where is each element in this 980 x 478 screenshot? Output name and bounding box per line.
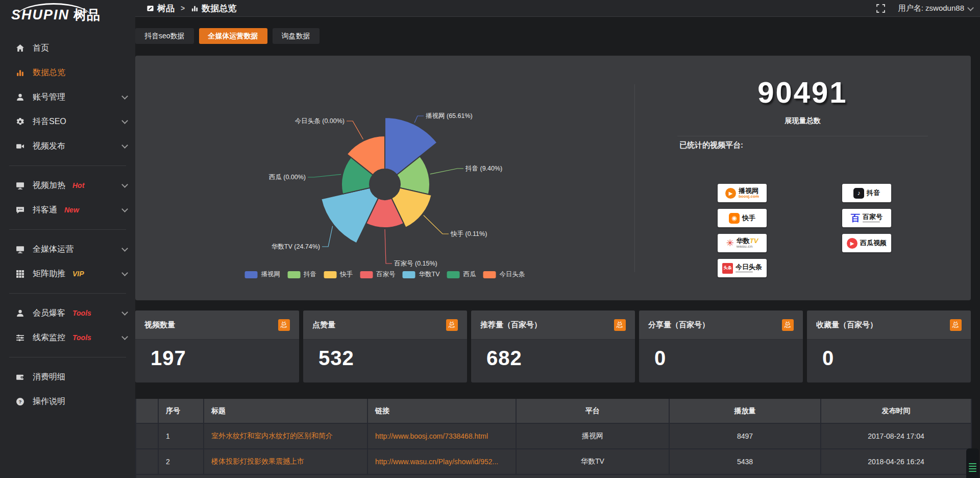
legend-item-华数TV[interactable]: 华数TV bbox=[403, 270, 440, 279]
breadcrumb-item[interactable]: 树品 bbox=[157, 3, 175, 14]
fullscreen-icon[interactable] bbox=[876, 4, 885, 13]
video-title-link[interactable]: 室外水纹灯和室内水纹灯的区别和简介 bbox=[211, 432, 361, 441]
sidebar-item-矩阵助推[interactable]: 矩阵助推VIP bbox=[0, 261, 135, 286]
sidebar-divider bbox=[9, 165, 126, 166]
legend-label: 西瓜 bbox=[463, 270, 476, 279]
sidebar-item-全媒体运营[interactable]: 全媒体运营 bbox=[0, 237, 135, 261]
chevron-down-icon bbox=[121, 245, 128, 252]
sidebar-item-消费明细[interactable]: 消费明细 bbox=[0, 365, 135, 389]
total-badge: 总 bbox=[614, 319, 626, 331]
platform-name-wrap: 华数TVwasu.cn bbox=[737, 237, 758, 249]
sidebar-divider bbox=[9, 229, 126, 230]
sidebar-item-数据总览[interactable]: 数据总览 bbox=[0, 60, 135, 85]
username-label: 用户名: zswodun88 bbox=[898, 4, 964, 13]
pie-label-line bbox=[385, 229, 392, 264]
sidebar-nav: 首页数据总览账号管理抖音SEO视频发布视频加热Hot抖客通New全媒体运营矩阵助… bbox=[0, 30, 135, 414]
platform-name: 今日头条 bbox=[736, 264, 762, 271]
platform-badges-right: ♪抖音百百家号▶西瓜视频 bbox=[842, 184, 891, 252]
legend-swatch bbox=[447, 271, 459, 278]
platform-name-wrap: 百家号 bbox=[863, 213, 883, 223]
stat-card-header: 分享量（百家号）总 bbox=[639, 310, 803, 340]
user-menu[interactable]: 用户名: zswodun88 bbox=[898, 4, 973, 13]
pie-label: 播视网 (65.61%) bbox=[426, 112, 473, 119]
platform-name-wrap: 今日头条 bbox=[736, 264, 762, 273]
legend-swatch bbox=[287, 271, 300, 278]
table-cell bbox=[136, 449, 158, 474]
pie-slice-华数TV[interactable] bbox=[321, 188, 378, 244]
chart-bars-icon bbox=[191, 5, 199, 12]
video-publish-icon bbox=[15, 141, 24, 151]
sidebar-item-会员爆客[interactable]: 会员爆客Tools bbox=[0, 301, 135, 325]
sidebar-item-账号管理[interactable]: 账号管理 bbox=[0, 85, 135, 109]
legend-item-快手[interactable]: 快手 bbox=[324, 270, 353, 279]
floating-widget[interactable] bbox=[966, 448, 979, 478]
table-cell: 2017-08-24 17:04 bbox=[821, 423, 971, 449]
video-url-link[interactable]: http://www.wasu.cn/Play/show/id/952... bbox=[375, 458, 509, 466]
chevron-down-icon bbox=[121, 333, 128, 340]
wallet-icon bbox=[15, 372, 24, 381]
platform-badge-今日头条: 头条今日头条 bbox=[718, 259, 767, 277]
chevron-down-icon bbox=[121, 142, 128, 149]
chart-legend: 播视网抖音快手百家号华数TV西瓜今日头条 bbox=[245, 270, 525, 279]
table-cell: http://www.boosj.com/7338468.html bbox=[368, 423, 516, 449]
platform-name: 华数TV bbox=[737, 237, 758, 245]
stat-card-title: 点赞量 bbox=[312, 320, 335, 330]
chat-icon bbox=[15, 205, 24, 214]
legend-item-百家号[interactable]: 百家号 bbox=[360, 270, 396, 279]
tab-全媒体运营数据[interactable]: 全媒体运营数据 bbox=[199, 28, 267, 44]
sidebar-item-badge: VIP bbox=[72, 270, 84, 278]
legend-swatch bbox=[324, 271, 336, 278]
platform-name: 抖音 bbox=[867, 189, 880, 197]
sidebar-item-抖客通[interactable]: 抖客通New bbox=[0, 198, 135, 222]
platform-badge-西瓜视频: ▶西瓜视频 bbox=[842, 234, 891, 252]
pie-chart-area: 播视网 (65.61%)抖音 (9.40%)快手 (0.11%)百家号 (0.1… bbox=[135, 56, 634, 300]
sidebar-item-线索监控[interactable]: 线索监控Tools bbox=[0, 325, 135, 350]
platform-logo-icon: ◉ bbox=[729, 213, 740, 224]
total-impressions-value: 90491 bbox=[634, 75, 971, 109]
app-logo[interactable]: SHUPIN 树品 bbox=[0, 0, 135, 30]
sidebar-item-操作说明[interactable]: ?操作说明 bbox=[0, 389, 135, 414]
sidebar-item-label: 消费明细 bbox=[33, 372, 65, 383]
legend-item-西瓜[interactable]: 西瓜 bbox=[447, 270, 476, 279]
platform-badge-华数TV: ✳华数TVwasu.cn bbox=[718, 234, 767, 252]
overview-chart-card: 播视网 (65.61%)抖音 (9.40%)快手 (0.11%)百家号 (0.1… bbox=[135, 56, 971, 300]
sidebar-item-label: 数据总览 bbox=[33, 67, 65, 78]
video-title-link[interactable]: 楼体投影灯投影效果震撼上市 bbox=[211, 457, 361, 466]
tab-询盘数据[interactable]: 询盘数据 bbox=[273, 28, 320, 44]
platform-logo-icon: ▶ bbox=[847, 238, 857, 249]
stat-card-title: 分享量（百家号） bbox=[648, 320, 709, 330]
sidebar-item-首页[interactable]: 首页 bbox=[0, 36, 135, 60]
monitor-play-icon bbox=[15, 181, 24, 190]
chevron-down-icon bbox=[121, 117, 128, 124]
total-badge: 总 bbox=[278, 319, 290, 331]
platform-name: 播视网 bbox=[739, 187, 759, 195]
chart-bars-icon bbox=[15, 68, 24, 77]
table-cell: 1 bbox=[158, 423, 204, 449]
legend-item-播视网[interactable]: 播视网 bbox=[245, 270, 281, 279]
legend-label: 抖音 bbox=[304, 270, 316, 279]
table-header: 标题 bbox=[204, 399, 368, 423]
stat-card-value: 682 bbox=[471, 340, 635, 370]
tab-抖音seo数据[interactable]: 抖音seo数据 bbox=[135, 28, 194, 44]
summary-panel: 90491 展现量总数 已统计的视频平台: ▶播视网boosj.com◉快手✳华… bbox=[634, 56, 971, 300]
sidebar-item-视频加热[interactable]: 视频加热Hot bbox=[0, 173, 135, 198]
table-cell: 播视网 bbox=[516, 423, 669, 449]
chevron-down-icon bbox=[121, 181, 128, 188]
breadcrumb-item[interactable]: 数据总览 bbox=[202, 3, 236, 14]
legend-item-抖音[interactable]: 抖音 bbox=[287, 270, 316, 279]
stat-card-title: 视频数量 bbox=[144, 320, 175, 330]
platform-subtext: wasu.cn bbox=[737, 245, 758, 249]
topbar-right: 用户名: zswodun88 bbox=[876, 4, 973, 13]
platform-subtext-bar bbox=[736, 271, 753, 273]
stat-card-header: 推荐量（百家号）总 bbox=[471, 310, 635, 340]
video-url-link[interactable]: http://www.boosj.com/7338468.html bbox=[375, 432, 509, 440]
sidebar-item-抖音SEO[interactable]: 抖音SEO bbox=[0, 109, 135, 134]
table-cell: 2 bbox=[158, 449, 204, 474]
platforms-label: 已统计的视频平台: bbox=[679, 140, 971, 150]
legend-item-今日头条[interactable]: 今日头条 bbox=[483, 270, 525, 279]
platform-name: 百家号 bbox=[863, 213, 883, 221]
platform-badges-left: ▶播视网boosj.com◉快手✳华数TVwasu.cn头条今日头条 bbox=[718, 184, 767, 277]
sidebar-item-badge: Tools bbox=[72, 333, 91, 342]
sidebar-item-视频发布[interactable]: 视频发布 bbox=[0, 134, 135, 158]
pie-label: 快手 (0.11%) bbox=[450, 230, 487, 237]
